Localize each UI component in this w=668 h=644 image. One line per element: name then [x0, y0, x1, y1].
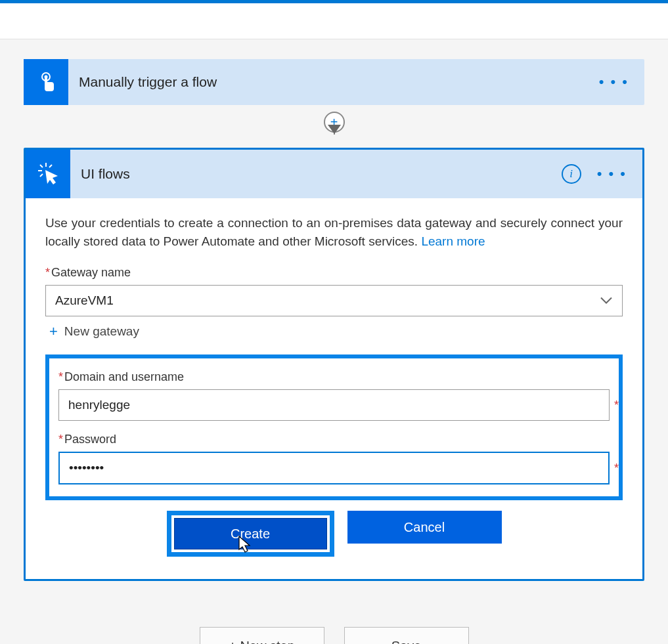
new-step-button[interactable]: + New step	[200, 627, 324, 644]
flow-canvas: Manually trigger a flow • • • +	[0, 39, 668, 644]
credentials-highlight-box: *Domain and username * *Password *	[45, 354, 623, 500]
gateway-name-input[interactable]	[45, 285, 623, 316]
touch-icon	[24, 59, 68, 105]
domain-username-input[interactable]	[58, 389, 610, 421]
required-mark: *	[614, 398, 619, 412]
action-body: Use your credentials to create a connect…	[26, 198, 642, 579]
required-mark: *	[614, 462, 619, 475]
cancel-button[interactable]: Cancel	[347, 511, 502, 544]
action-title: UI flows	[81, 166, 562, 182]
new-gateway-button[interactable]: + New gateway	[45, 323, 623, 340]
action-header[interactable]: UI flows i • • •	[26, 150, 642, 198]
svg-line-6	[40, 174, 43, 177]
trigger-title: Manually trigger a flow	[79, 74, 599, 90]
footer-buttons: + New step Save	[24, 627, 644, 644]
action-more-button[interactable]: • • •	[597, 165, 627, 182]
gateway-name-label: *Gateway name	[45, 266, 623, 280]
required-mark: *	[45, 266, 50, 279]
password-input[interactable]	[58, 452, 610, 484]
required-mark: *	[58, 433, 63, 446]
trigger-more-button[interactable]: • • •	[599, 74, 629, 91]
trigger-card[interactable]: Manually trigger a flow • • •	[24, 59, 644, 105]
svg-line-5	[49, 165, 52, 167]
info-icon[interactable]: i	[562, 164, 581, 184]
connector: +	[24, 105, 644, 148]
domain-username-label: *Domain and username	[58, 370, 610, 384]
learn-more-link[interactable]: Learn more	[421, 234, 485, 248]
password-label: *Password	[58, 433, 610, 446]
arrow-down-icon	[328, 125, 341, 134]
save-button[interactable]: Save	[344, 627, 469, 644]
action-description: Use your credentials to create a connect…	[45, 214, 623, 250]
plus-icon: +	[49, 323, 58, 340]
top-bar	[0, 0, 668, 39]
gateway-name-select[interactable]	[45, 285, 623, 316]
button-row: Create Cancel	[45, 511, 623, 557]
new-gateway-label: New gateway	[64, 324, 139, 339]
action-card: UI flows i • • • Use your credentials to…	[24, 148, 644, 581]
create-button[interactable]: Create	[174, 518, 327, 549]
svg-point-1	[45, 75, 48, 79]
cursor-click-icon	[26, 150, 70, 198]
description-text: Use your credentials to create a connect…	[45, 216, 623, 248]
svg-line-4	[40, 165, 43, 167]
create-button-highlight: Create	[167, 511, 334, 557]
required-mark: *	[58, 370, 63, 383]
